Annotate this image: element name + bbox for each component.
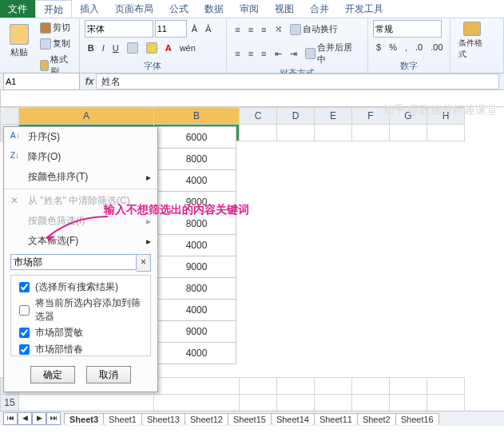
sort-asc-icon: A↓: [10, 131, 23, 144]
sheet-tab[interactable]: Sheet2: [357, 413, 396, 425]
sheet-tab[interactable]: Sheet15: [228, 413, 272, 425]
filter-search-input[interactable]: [10, 254, 137, 270]
tab-view[interactable]: 视图: [267, 0, 302, 18]
cell[interactable]: 8000: [157, 278, 236, 300]
sheet-nav[interactable]: ⏮◀▶⏭: [3, 412, 61, 425]
chk-add-current[interactable]: [19, 305, 30, 316]
bucket-icon: [146, 42, 157, 54]
row-header[interactable]: 15: [1, 395, 19, 411]
chk-item[interactable]: [19, 344, 30, 355]
number-format-combo[interactable]: [373, 20, 442, 38]
shrink-font-button[interactable]: Ǎ: [202, 20, 215, 38]
grow-font-button[interactable]: Â: [189, 20, 200, 38]
tab-review[interactable]: 审阅: [232, 0, 267, 18]
select-all-corner[interactable]: [1, 108, 19, 125]
col-header[interactable]: D: [277, 108, 315, 125]
chk-item[interactable]: [19, 328, 30, 338]
ribbon-tabstrip: 文件 开始 插入 页面布局 公式 数据 审阅 视图 合并 开发工具: [0, 0, 504, 18]
italic-button[interactable]: I: [99, 41, 108, 55]
paste-icon: [10, 24, 29, 45]
sheet-tab[interactable]: Sheet14: [271, 413, 315, 425]
cell[interactable]: 6000: [157, 126, 236, 149]
tab-layout[interactable]: 页面布局: [107, 0, 161, 18]
col-header[interactable]: A: [19, 108, 154, 125]
cell[interactable]: 4000: [157, 300, 236, 321]
watermark: 知乎 @数据分析趣课堂: [383, 103, 498, 117]
clear-search-button[interactable]: ×: [137, 254, 151, 272]
ok-button[interactable]: 确定: [30, 366, 75, 383]
font-name-combo[interactable]: [85, 20, 153, 38]
align-top-button[interactable]: ≡: [232, 22, 243, 37]
chk-select-all[interactable]: [19, 282, 30, 292]
sort-color-item[interactable]: 按颜色排序(T)▸: [4, 167, 157, 187]
name-box[interactable]: [3, 73, 80, 90]
percent-button[interactable]: %: [386, 41, 400, 54]
dec-decimal-button[interactable]: .00: [427, 41, 446, 54]
sheet-tab[interactable]: Sheet3: [64, 413, 104, 425]
sheet-tab[interactable]: Sheet13: [141, 413, 185, 425]
bold-button[interactable]: B: [85, 41, 97, 55]
conditional-format-button[interactable]: 条件格式: [455, 20, 489, 62]
align-middle-button[interactable]: ≡: [245, 22, 256, 37]
sheet-tab[interactable]: Sheet1: [103, 413, 142, 425]
tab-dev[interactable]: 开发工具: [337, 0, 391, 18]
nav-prev-icon[interactable]: ◀: [18, 412, 32, 425]
tab-insert[interactable]: 插入: [72, 0, 107, 18]
nav-first-icon[interactable]: ⏮: [3, 412, 18, 425]
cell[interactable]: 4000: [157, 343, 236, 364]
cell[interactable]: 9000: [157, 256, 236, 278]
col-header[interactable]: B: [154, 108, 240, 125]
filter-options-panel[interactable]: (选择所有搜索结果) 将当前所选内容添加到筛选器 市场部贾敏 市场部惜春 市场部…: [10, 275, 151, 356]
sort-asc-item[interactable]: A↓升序(S): [4, 127, 157, 147]
border-button[interactable]: [124, 41, 141, 55]
wrap-label: 自动换行: [303, 23, 338, 35]
cell[interactable]: 9000: [157, 321, 236, 343]
cell[interactable]: 8000: [157, 149, 236, 170]
paste-button[interactable]: 粘贴: [5, 20, 34, 62]
align-right-button[interactable]: ≡: [258, 40, 269, 67]
cut-button[interactable]: 剪切: [37, 20, 74, 35]
tab-home[interactable]: 开始: [35, 0, 72, 18]
formula-input[interactable]: 姓名: [96, 73, 499, 89]
fill-color-button[interactable]: [143, 41, 161, 55]
group-number-label: 数字: [373, 60, 445, 71]
border-icon: [127, 42, 138, 54]
sort-desc-item[interactable]: Z↓降序(O): [4, 147, 157, 167]
underline-button[interactable]: U: [109, 41, 122, 55]
cell[interactable]: 4000: [157, 235, 236, 256]
group-font-label: 字体: [85, 60, 222, 71]
tab-data[interactable]: 数据: [196, 0, 232, 18]
phonetic-button[interactable]: wén: [177, 41, 199, 55]
orientation-button[interactable]: ⤭: [272, 22, 285, 37]
align-center-button[interactable]: ≡: [245, 40, 256, 67]
merge-icon: [305, 48, 316, 59]
sheet-tab[interactable]: Sheet16: [395, 413, 439, 425]
fx-icon[interactable]: fx: [83, 76, 96, 87]
wrap-text-button[interactable]: 自动换行: [287, 22, 341, 37]
tab-file[interactable]: 文件: [0, 0, 35, 18]
inc-decimal-button[interactable]: .0: [412, 41, 426, 54]
sheet-tab[interactable]: Sheet12: [185, 413, 228, 425]
align-bottom-button[interactable]: ≡: [258, 22, 269, 37]
nav-last-icon[interactable]: ⏭: [46, 412, 61, 425]
nav-next-icon[interactable]: ▶: [32, 412, 46, 425]
comma-button[interactable]: ,: [402, 41, 411, 54]
tab-merge[interactable]: 合并: [302, 0, 337, 18]
cancel-button[interactable]: 取消: [86, 366, 131, 383]
col-header[interactable]: C: [240, 108, 277, 125]
sheet-tab[interactable]: Sheet11: [314, 413, 358, 425]
merge-label: 合并后居中: [317, 42, 359, 66]
chk-label: 市场部贾敏: [35, 326, 83, 340]
font-color-button[interactable]: A: [162, 41, 175, 55]
cond-format-icon: [463, 22, 481, 36]
merge-center-button[interactable]: 合并后居中: [302, 40, 363, 67]
font-size-combo[interactable]: [155, 20, 187, 38]
tab-formula[interactable]: 公式: [161, 0, 196, 18]
currency-button[interactable]: $: [373, 41, 384, 54]
indent-inc-button[interactable]: ⇥: [287, 40, 300, 67]
cell[interactable]: 4000: [157, 170, 236, 192]
align-left-button[interactable]: ≡: [232, 40, 243, 67]
copy-button[interactable]: 复制: [37, 36, 74, 51]
indent-dec-button[interactable]: ⇤: [272, 40, 285, 67]
col-header[interactable]: E: [315, 108, 352, 125]
